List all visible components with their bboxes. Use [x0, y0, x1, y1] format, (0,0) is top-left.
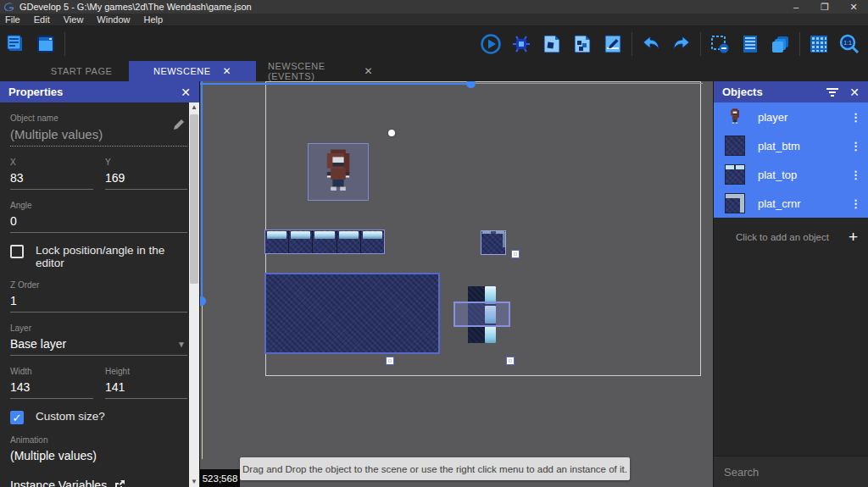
toolbar-separator: [632, 32, 632, 56]
object-row-plat-btm[interactable]: plat_btm ⋮: [714, 131, 868, 160]
edit-pencil-icon[interactable]: [172, 118, 186, 131]
menu-file[interactable]: File: [0, 14, 27, 25]
tab-start-page[interactable]: START PAGE: [34, 61, 129, 81]
properties-scrollbar[interactable]: ▲ ▼: [189, 102, 199, 487]
resize-handle[interactable]: [511, 250, 520, 258]
vertical-scrollbar-thumb[interactable]: [200, 296, 206, 306]
open-in-new-icon: [114, 479, 125, 487]
layers-icon[interactable]: [770, 33, 792, 55]
menu-bar: File Edit View Window Help: [0, 14, 868, 26]
player-instance[interactable]: [308, 143, 369, 201]
scroll-up-icon[interactable]: ▲: [189, 102, 199, 113]
selection-origin-dot[interactable]: [388, 130, 395, 136]
scene-canvas[interactable]: Drag and Drop the object to the scene or…: [200, 81, 713, 487]
layer-select[interactable]: Base layer ▼: [10, 333, 187, 356]
more-options-icon[interactable]: ⋮: [850, 197, 861, 210]
tab-close-icon[interactable]: ✕: [223, 65, 232, 77]
object-name: plat_btm: [758, 140, 800, 152]
plat-top-tile: [265, 230, 289, 253]
object-name-label: Object name: [10, 113, 187, 123]
menu-view[interactable]: View: [57, 14, 91, 25]
angle-field[interactable]: 0: [10, 210, 187, 233]
custom-size-row[interactable]: ✓ Custom size?: [10, 410, 187, 424]
more-options-icon[interactable]: ⋮: [850, 140, 861, 152]
y-field[interactable]: 169: [105, 167, 187, 190]
height-field[interactable]: 141: [105, 376, 187, 399]
toolbar: 1:1: [0, 26, 868, 61]
object-row-plat-crnr[interactable]: plat_crnr ⋮: [714, 189, 868, 218]
instance-variables-label: Instance Variables: [10, 479, 107, 487]
window-title: GDevelop 5 - G:\My games\2d\The Wendash\…: [19, 2, 252, 12]
custom-size-checkbox[interactable]: ✓: [10, 411, 24, 424]
scene-editor-icon[interactable]: [35, 33, 57, 55]
add-object-hint: Click to add an object: [736, 232, 829, 242]
restore-button[interactable]: ❐: [810, 0, 839, 14]
horizontal-scrollbar[interactable]: [200, 83, 471, 85]
plat-crnr-instance[interactable]: [481, 230, 506, 255]
more-options-icon[interactable]: ⋮: [850, 111, 861, 124]
tab-close-icon[interactable]: ✕: [364, 65, 373, 77]
x-field[interactable]: 83: [10, 167, 93, 190]
debug-icon[interactable]: [510, 33, 532, 55]
instance-variables-row[interactable]: Instance Variables: [10, 479, 187, 487]
object-row-plat-top[interactable]: plat_top ⋮: [714, 160, 868, 189]
minimize-button[interactable]: –: [782, 0, 810, 14]
filter-icon[interactable]: [826, 87, 839, 97]
selection-rectangle[interactable]: [453, 302, 510, 327]
menu-window[interactable]: Window: [90, 14, 136, 25]
grid-icon[interactable]: [808, 33, 830, 55]
tab-label: NEWSCENE (EVENTS): [268, 61, 352, 81]
preview-play-icon[interactable]: [480, 33, 502, 55]
player-sprite: [320, 147, 357, 196]
zoom-ratio-label: 1:1: [843, 40, 852, 46]
menu-edit[interactable]: Edit: [27, 14, 57, 25]
horizontal-scrollbar-track[interactable]: [476, 83, 703, 84]
tab-newscene-events[interactable]: NEWSCENE (EVENTS) ✕: [256, 61, 385, 81]
scene-properties-icon[interactable]: [602, 33, 624, 55]
vertical-scrollbar-track[interactable]: [202, 302, 203, 459]
delete-selection-icon[interactable]: [709, 33, 731, 55]
search-input[interactable]: [724, 466, 868, 479]
objects-close-icon[interactable]: ✕: [849, 86, 860, 99]
objects-editor-icon[interactable]: [541, 33, 563, 55]
tab-label: NEWSCENE: [153, 66, 211, 76]
scrollbar-thumb[interactable]: [190, 114, 198, 284]
object-row-player[interactable]: player ⋮: [714, 102, 868, 131]
lock-position-row[interactable]: Lock position/angle in the editor: [10, 244, 187, 269]
scroll-down-icon[interactable]: ▼: [189, 477, 199, 487]
properties-title: Properties: [8, 86, 63, 98]
tile-top-edge: [482, 231, 504, 234]
object-groups-icon[interactable]: [571, 33, 593, 55]
more-options-icon[interactable]: ⋮: [850, 169, 861, 181]
instances-list-icon[interactable]: [739, 33, 761, 55]
animation-field[interactable]: (Multiple values): [10, 445, 187, 467]
layer-label: Layer: [10, 324, 187, 333]
properties-close-icon[interactable]: ✕: [181, 86, 191, 99]
add-object-plus-icon[interactable]: +: [849, 228, 858, 246]
zoom-original-icon[interactable]: 1:1: [838, 33, 860, 55]
tab-newscene[interactable]: NEWSCENE ✕: [129, 61, 256, 81]
plat-top-strip-instance[interactable]: [264, 230, 385, 254]
tab-spacer: [0, 61, 34, 81]
vertical-scrollbar[interactable]: [201, 81, 203, 302]
close-button[interactable]: ✕: [839, 0, 868, 14]
player-thumbnail: [724, 106, 746, 128]
redo-icon[interactable]: [670, 33, 693, 55]
resize-handle[interactable]: [506, 357, 515, 365]
object-name-field[interactable]: (Multiple values): [10, 123, 187, 147]
objects-header: Objects ✕: [714, 81, 868, 102]
toolbar-separator: [64, 32, 65, 56]
lock-position-checkbox[interactable]: [10, 245, 24, 258]
add-object-row[interactable]: Click to add an object +: [714, 221, 868, 253]
width-field[interactable]: 143: [10, 376, 93, 399]
chevron-down-icon: ▼: [177, 340, 186, 349]
z-order-field[interactable]: 1: [10, 290, 187, 313]
resize-handle[interactable]: [386, 357, 394, 365]
plat-top-tile: [289, 230, 313, 253]
project-manager-icon[interactable]: [4, 33, 26, 55]
tab-label: START PAGE: [51, 66, 113, 76]
menu-help[interactable]: Help: [136, 14, 170, 25]
cursor-coordinates: 523;568: [200, 469, 240, 487]
plat-btm-large-instance[interactable]: [264, 273, 440, 354]
undo-icon[interactable]: [640, 33, 662, 55]
